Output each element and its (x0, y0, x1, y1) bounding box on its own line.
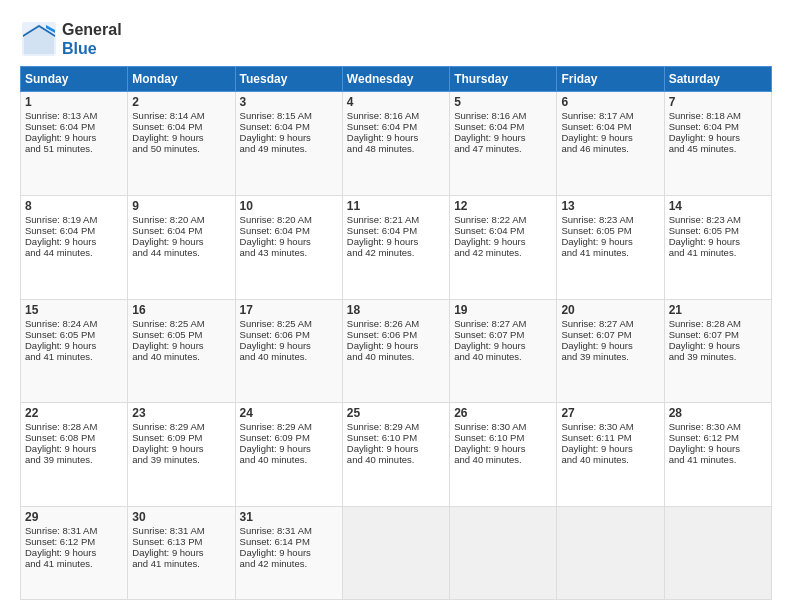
day-info-line: Daylight: 9 hours (561, 340, 659, 351)
day-info-line: Sunrise: 8:31 AM (25, 525, 123, 536)
day-info-line: Daylight: 9 hours (132, 547, 230, 558)
day-info-line: Sunset: 6:04 PM (240, 121, 338, 132)
day-info-line: Sunset: 6:13 PM (132, 536, 230, 547)
day-number: 20 (561, 303, 659, 317)
logo: General Blue (20, 20, 122, 58)
table-cell: 6Sunrise: 8:17 AMSunset: 6:04 PMDaylight… (557, 92, 664, 196)
table-cell (557, 506, 664, 599)
day-info-line: Sunrise: 8:21 AM (347, 214, 445, 225)
day-info-line: Sunrise: 8:31 AM (132, 525, 230, 536)
table-cell: 21Sunrise: 8:28 AMSunset: 6:07 PMDayligh… (664, 299, 771, 403)
week-row-3: 15Sunrise: 8:24 AMSunset: 6:05 PMDayligh… (21, 299, 772, 403)
day-info-line: Daylight: 9 hours (240, 236, 338, 247)
table-cell: 11Sunrise: 8:21 AMSunset: 6:04 PMDayligh… (342, 195, 449, 299)
day-info-line: Sunset: 6:05 PM (132, 329, 230, 340)
day-info-line: Sunset: 6:05 PM (25, 329, 123, 340)
table-cell: 3Sunrise: 8:15 AMSunset: 6:04 PMDaylight… (235, 92, 342, 196)
day-number: 12 (454, 199, 552, 213)
table-cell: 19Sunrise: 8:27 AMSunset: 6:07 PMDayligh… (450, 299, 557, 403)
day-info-line: Daylight: 9 hours (240, 340, 338, 351)
day-info-line: Sunset: 6:07 PM (669, 329, 767, 340)
table-cell: 17Sunrise: 8:25 AMSunset: 6:06 PMDayligh… (235, 299, 342, 403)
day-info-line: Sunset: 6:04 PM (669, 121, 767, 132)
day-info-line: Sunrise: 8:17 AM (561, 110, 659, 121)
day-info-line: and 41 minutes. (561, 247, 659, 258)
day-number: 8 (25, 199, 123, 213)
header-sunday: Sunday (21, 67, 128, 92)
day-info-line: and 39 minutes. (132, 454, 230, 465)
day-number: 23 (132, 406, 230, 420)
table-cell: 24Sunrise: 8:29 AMSunset: 6:09 PMDayligh… (235, 403, 342, 507)
day-info-line: Daylight: 9 hours (25, 132, 123, 143)
day-info-line: Sunset: 6:04 PM (347, 225, 445, 236)
day-info-line: and 39 minutes. (669, 351, 767, 362)
day-info-line: Sunrise: 8:23 AM (669, 214, 767, 225)
table-cell: 7Sunrise: 8:18 AMSunset: 6:04 PMDaylight… (664, 92, 771, 196)
day-info-line: Daylight: 9 hours (132, 236, 230, 247)
day-info-line: and 41 minutes. (25, 558, 123, 569)
day-number: 27 (561, 406, 659, 420)
day-info-line: and 39 minutes. (561, 351, 659, 362)
day-number: 18 (347, 303, 445, 317)
day-info-line: Sunrise: 8:28 AM (669, 318, 767, 329)
day-number: 2 (132, 95, 230, 109)
day-info-line: Sunset: 6:05 PM (669, 225, 767, 236)
day-number: 19 (454, 303, 552, 317)
day-info-line: Daylight: 9 hours (669, 132, 767, 143)
day-info-line: Sunrise: 8:30 AM (561, 421, 659, 432)
day-number: 21 (669, 303, 767, 317)
day-number: 26 (454, 406, 552, 420)
day-number: 11 (347, 199, 445, 213)
day-info-line: and 49 minutes. (240, 143, 338, 154)
table-cell: 14Sunrise: 8:23 AMSunset: 6:05 PMDayligh… (664, 195, 771, 299)
day-info-line: and 40 minutes. (454, 454, 552, 465)
header-thursday: Thursday (450, 67, 557, 92)
day-number: 4 (347, 95, 445, 109)
header: General Blue (20, 16, 772, 58)
table-cell: 12Sunrise: 8:22 AMSunset: 6:04 PMDayligh… (450, 195, 557, 299)
day-info-line: Sunset: 6:07 PM (561, 329, 659, 340)
day-info-line: and 41 minutes. (669, 247, 767, 258)
day-info-line: Sunrise: 8:13 AM (25, 110, 123, 121)
table-cell: 13Sunrise: 8:23 AMSunset: 6:05 PMDayligh… (557, 195, 664, 299)
day-info-line: Daylight: 9 hours (347, 443, 445, 454)
day-info-line: Daylight: 9 hours (25, 547, 123, 558)
day-info-line: and 46 minutes. (561, 143, 659, 154)
day-info-line: Daylight: 9 hours (669, 340, 767, 351)
day-info-line: Sunrise: 8:29 AM (347, 421, 445, 432)
day-info-line: Sunrise: 8:16 AM (454, 110, 552, 121)
header-friday: Friday (557, 67, 664, 92)
calendar-header: SundayMondayTuesdayWednesdayThursdayFrid… (21, 67, 772, 92)
day-info-line: Sunset: 6:09 PM (132, 432, 230, 443)
day-info-line: Sunset: 6:11 PM (561, 432, 659, 443)
header-tuesday: Tuesday (235, 67, 342, 92)
day-number: 16 (132, 303, 230, 317)
day-info-line: and 41 minutes. (669, 454, 767, 465)
day-info-line: Sunset: 6:14 PM (240, 536, 338, 547)
table-cell: 28Sunrise: 8:30 AMSunset: 6:12 PMDayligh… (664, 403, 771, 507)
table-cell (342, 506, 449, 599)
day-number: 10 (240, 199, 338, 213)
table-cell (450, 506, 557, 599)
day-info-line: Sunset: 6:06 PM (347, 329, 445, 340)
day-info-line: and 42 minutes. (454, 247, 552, 258)
table-cell: 16Sunrise: 8:25 AMSunset: 6:05 PMDayligh… (128, 299, 235, 403)
day-info-line: Daylight: 9 hours (454, 340, 552, 351)
calendar-body: 1Sunrise: 8:13 AMSunset: 6:04 PMDaylight… (21, 92, 772, 600)
logo-general-label: General (62, 20, 122, 39)
table-cell (664, 506, 771, 599)
day-number: 28 (669, 406, 767, 420)
table-cell: 18Sunrise: 8:26 AMSunset: 6:06 PMDayligh… (342, 299, 449, 403)
day-info-line: Sunset: 6:08 PM (25, 432, 123, 443)
day-info-line: and 42 minutes. (240, 558, 338, 569)
table-cell: 27Sunrise: 8:30 AMSunset: 6:11 PMDayligh… (557, 403, 664, 507)
day-info-line: Sunset: 6:04 PM (132, 225, 230, 236)
day-info-line: Daylight: 9 hours (240, 443, 338, 454)
week-row-4: 22Sunrise: 8:28 AMSunset: 6:08 PMDayligh… (21, 403, 772, 507)
day-info-line: Daylight: 9 hours (132, 340, 230, 351)
day-info-line: Daylight: 9 hours (669, 236, 767, 247)
day-info-line: Daylight: 9 hours (561, 236, 659, 247)
day-info-line: Daylight: 9 hours (561, 443, 659, 454)
day-info-line: Sunrise: 8:15 AM (240, 110, 338, 121)
table-cell: 22Sunrise: 8:28 AMSunset: 6:08 PMDayligh… (21, 403, 128, 507)
